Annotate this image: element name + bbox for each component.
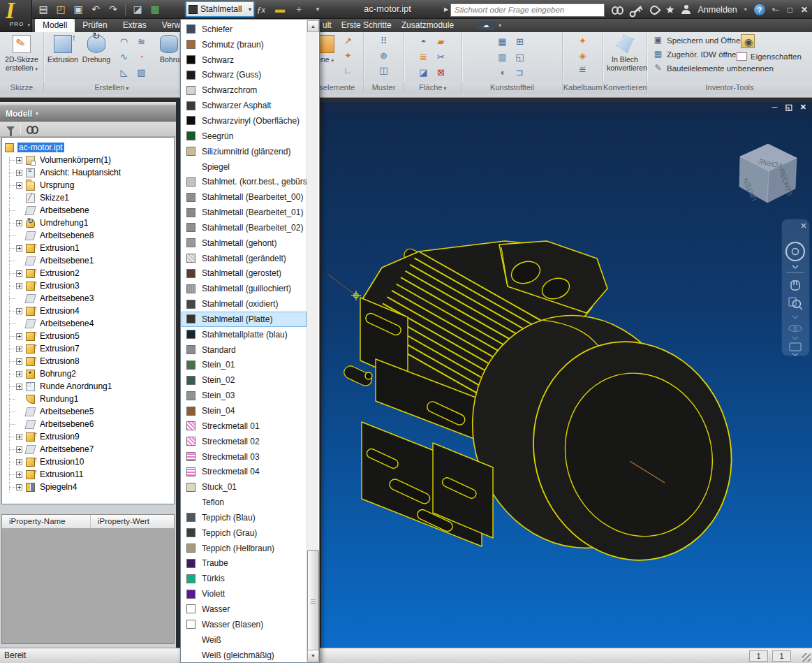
panel-label[interactable]: Muster bbox=[364, 82, 404, 94]
material-option[interactable]: Traube bbox=[182, 556, 307, 571]
favorites-star-icon[interactable]: ★ bbox=[665, 0, 674, 19]
tree-item[interactable]: Extrusion2 bbox=[2, 267, 174, 279]
doc-restore-button[interactable]: ◱ bbox=[785, 103, 792, 112]
material-option[interactable]: Siliziumnitrid (glänzend) bbox=[182, 144, 307, 159]
tree-item[interactable]: Arbeitsebene1 bbox=[2, 254, 174, 267]
tree-item[interactable]: Arbeitsebene6 bbox=[2, 418, 174, 430]
tree-item[interactable]: ac-motor.ipt bbox=[2, 141, 174, 154]
tree-item-label[interactable]: Ansicht: Hauptansicht bbox=[38, 168, 122, 177]
tree-item-label[interactable]: Extrusion8 bbox=[38, 356, 81, 366]
eigenschaften-button[interactable]: Eigenschaften bbox=[737, 52, 802, 61]
material-option[interactable]: Stahlmetallplatte (blau) bbox=[182, 327, 307, 342]
extrusion-button[interactable]: Extrusion bbox=[47, 34, 79, 64]
tree-item-label[interactable]: Extrusion9 bbox=[38, 432, 81, 442]
ribbon-small-button[interactable]: ▧ bbox=[134, 66, 149, 79]
tree-item-label[interactable]: Extrusion7 bbox=[38, 344, 81, 354]
qat-button[interactable]: ▾ bbox=[312, 0, 323, 19]
material-option[interactable]: Standard bbox=[182, 342, 307, 358]
material-option[interactable]: Teflon bbox=[182, 495, 307, 510]
panel-label[interactable]: Kunststoffteil bbox=[462, 82, 562, 94]
browser-header[interactable]: Modell ▾ bbox=[0, 106, 176, 122]
tree-item-label[interactable]: Extrusion5 bbox=[38, 331, 81, 341]
qat-button[interactable]: ▬ bbox=[274, 0, 286, 19]
camera-icon[interactable] bbox=[741, 34, 755, 48]
tree-item[interactable]: Ansicht: Hauptansicht bbox=[2, 166, 174, 179]
expand-plus-icon[interactable] bbox=[16, 270, 22, 277]
tree-item[interactable]: Extrusion7 bbox=[2, 342, 174, 355]
tree-item[interactable]: Bohrung2 bbox=[2, 367, 174, 380]
tree-item-label[interactable]: Bohrung2 bbox=[38, 369, 77, 379]
minimize-button[interactable]: ─ bbox=[773, 5, 779, 15]
tree-item[interactable]: Extrusion4 bbox=[2, 305, 174, 317]
material-option[interactable]: Streckmetall 04 bbox=[182, 464, 307, 479]
find-binoculars-icon[interactable] bbox=[27, 125, 38, 133]
expand-plus-icon[interactable] bbox=[16, 434, 22, 440]
expand-plus-icon[interactable] bbox=[16, 384, 22, 390]
ribbon-small-button[interactable]: ↗ bbox=[341, 34, 355, 48]
ribbon-tab[interactable]: Erste Schritte bbox=[337, 19, 397, 32]
tree-item[interactable]: Umdrehung1 bbox=[2, 217, 174, 229]
panel-label[interactable]: Fläche bbox=[404, 82, 462, 94]
tree-item[interactable]: Extrusion11 bbox=[2, 468, 174, 481]
expand-plus-icon[interactable] bbox=[16, 484, 22, 490]
expand-plus-icon[interactable] bbox=[16, 170, 22, 176]
ribbon-small-button[interactable]: ◔ bbox=[134, 50, 149, 64]
drehung-button[interactable]: Drehung bbox=[80, 34, 112, 64]
dropdown-scrollbar[interactable]: ▲ ▼ bbox=[307, 20, 318, 662]
material-option[interactable]: Wasser bbox=[182, 602, 307, 617]
panel-label[interactable]: Skizze bbox=[0, 82, 43, 94]
tree-item[interactable]: Ursprung bbox=[2, 179, 174, 191]
ribbon-small-button[interactable]: ∟ bbox=[341, 64, 355, 77]
expand-plus-icon[interactable] bbox=[16, 182, 22, 189]
tree-item-label[interactable]: Spiegeln4 bbox=[38, 482, 78, 492]
tree-item[interactable]: Arbeitsebene4 bbox=[2, 317, 174, 330]
material-option[interactable]: Stahlmetall (Bearbeitet_01) bbox=[182, 205, 307, 220]
close-button[interactable]: ✕ bbox=[801, 5, 808, 15]
tree-item-label[interactable]: Umdrehung1 bbox=[38, 218, 89, 228]
ribbon-small-button[interactable]: ⊐ bbox=[512, 66, 527, 79]
ribbon-small-button[interactable]: ⊛ bbox=[376, 49, 391, 62]
material-option[interactable]: Spiegel bbox=[182, 159, 307, 175]
key-icon[interactable] bbox=[634, 6, 642, 13]
qat-button[interactable] bbox=[125, 3, 126, 16]
material-option[interactable]: Streckmetall 02 bbox=[182, 434, 307, 449]
material-option[interactable]: Stein_02 bbox=[182, 372, 307, 388]
tree-item-label[interactable]: Rundung1 bbox=[38, 394, 80, 404]
inventor-tools-button[interactable]: ✎ Bauteilelemente umbenennen bbox=[653, 63, 774, 73]
iproperty-name-header[interactable]: iProperty-Name bbox=[2, 515, 91, 528]
tree-item-label[interactable]: Arbeitsebene8 bbox=[38, 231, 95, 240]
tree-item[interactable]: Extrusion5 bbox=[2, 330, 174, 342]
tree-item-label[interactable]: Arbeitsebene3 bbox=[38, 293, 95, 303]
ribbon-small-button[interactable]: ▥ bbox=[495, 50, 510, 64]
tree-item[interactable]: Skizze1 bbox=[2, 191, 174, 204]
material-option[interactable]: Stahlmetall (oxidiert) bbox=[182, 296, 307, 312]
expand-plus-icon[interactable] bbox=[16, 459, 22, 465]
ribbon-small-button[interactable]: ⠿ bbox=[376, 34, 391, 48]
material-option[interactable]: Stein_04 bbox=[182, 403, 307, 418]
tree-item[interactable]: Rundung1 bbox=[2, 393, 174, 405]
tree-item-label[interactable]: Extrusion2 bbox=[38, 268, 81, 278]
qat-button[interactable]: ◰ bbox=[55, 0, 66, 19]
ribbon-small-button[interactable]: ▦ bbox=[495, 35, 510, 48]
expand-plus-icon[interactable] bbox=[16, 333, 22, 340]
material-option[interactable]: Schwarzchrom bbox=[182, 82, 307, 98]
resize-grip[interactable] bbox=[802, 653, 811, 662]
tree-item-label[interactable]: Skizze1 bbox=[38, 193, 71, 203]
tree-item[interactable]: Extrusion10 bbox=[2, 456, 174, 468]
ribbon-small-button[interactable]: ≣ bbox=[416, 50, 431, 64]
iproperty-value-header[interactable]: iProperty-Wert bbox=[91, 515, 149, 528]
ribbon-small-button[interactable]: ◈ bbox=[575, 49, 590, 62]
tree-item[interactable]: Extrusion9 bbox=[2, 430, 174, 443]
graphics-window[interactable]: ─ ◱ ✕ bbox=[321, 102, 812, 648]
ribbon-small-button[interactable]: ◫ bbox=[376, 64, 391, 77]
tree-item-label[interactable]: Extrusion3 bbox=[38, 281, 81, 291]
bohrung-button[interactable]: Bohrung bbox=[150, 34, 178, 64]
tree-item[interactable]: Extrusion3 bbox=[2, 279, 174, 292]
expand-plus-icon[interactable] bbox=[16, 371, 22, 377]
expand-plus-icon[interactable] bbox=[16, 358, 22, 365]
tree-item-label[interactable]: Runde Anordnung1 bbox=[38, 381, 113, 391]
tree-item-label[interactable]: Extrusion10 bbox=[38, 457, 85, 467]
ribbon-tab[interactable]: Extras bbox=[115, 19, 154, 32]
ribbon-small-button[interactable]: ◠ bbox=[117, 35, 131, 48]
material-combobox[interactable]: Stahlmetall ▾ bbox=[186, 1, 254, 17]
